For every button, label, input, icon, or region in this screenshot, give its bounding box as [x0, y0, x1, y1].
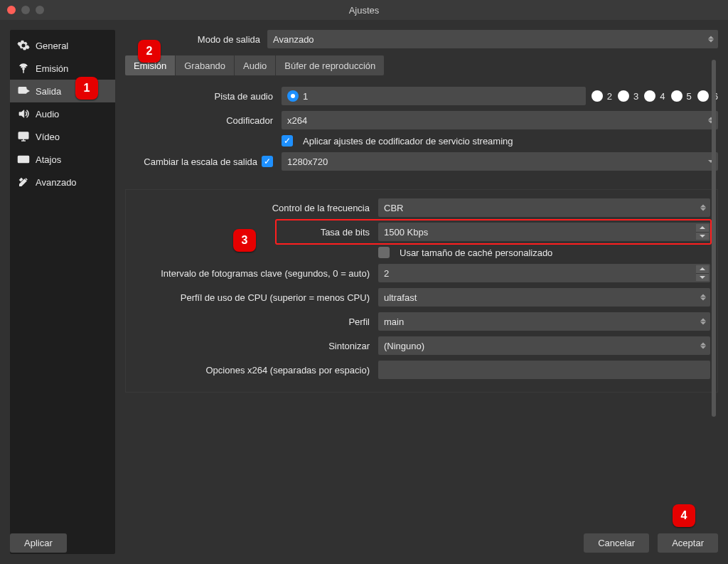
keyint-label: Intervalo de fotogramas clave (segundos,… [133, 268, 378, 279]
titlebar: Ajustes [0, 0, 728, 20]
tab-recording[interactable]: Grabando [175, 55, 234, 75]
sidebar-item-label: Audio [36, 109, 59, 119]
tab-replay-buffer[interactable]: Búfer de reproducción [275, 55, 384, 75]
sidebar-item-video[interactable]: Vídeo [10, 125, 115, 148]
rescale-checkbox[interactable] [262, 156, 273, 167]
chevron-updown-icon [700, 343, 706, 349]
speaker-icon [17, 107, 30, 120]
sidebar-item-stream[interactable]: Emisión [10, 57, 115, 80]
chevron-updown-icon [700, 319, 706, 325]
sidebar-item-general[interactable]: General [10, 34, 115, 57]
sidebar-item-label: Avanzado [36, 177, 77, 188]
window-title: Ajustes [0, 5, 728, 16]
tune-select[interactable]: (Ninguno) [378, 336, 710, 355]
profile-select[interactable]: main [378, 312, 710, 331]
output-mode-select[interactable]: Avanzado [267, 30, 718, 48]
output-tabs: Emisión Grabando Audio Búfer de reproduc… [125, 55, 384, 75]
gear-icon [17, 39, 30, 52]
spinner-buttons[interactable] [696, 224, 709, 240]
custom-buffer-label: Usar tamaño de caché personalizado [400, 248, 552, 258]
annotation-2: 2 [138, 40, 161, 63]
audio-track-1[interactable]: 1 [282, 87, 586, 105]
sidebar-item-label: General [36, 41, 68, 51]
x264opts-label: Opciones x264 (separadas por espacio) [133, 365, 378, 376]
monitor-icon [17, 130, 30, 143]
profile-label: Perfil [133, 316, 378, 327]
annotation-1: 1 [75, 77, 98, 100]
sidebar-item-output[interactable]: Salida [10, 80, 115, 102]
svg-rect-2 [18, 132, 28, 139]
chevron-updown-icon [708, 36, 714, 43]
annotation-3: 3 [233, 229, 256, 252]
svg-rect-1 [18, 87, 26, 93]
tune-label: Sintonizar [133, 341, 378, 351]
sidebar-item-label: Vídeo [36, 132, 60, 142]
keyboard-icon [17, 153, 30, 166]
rescale-resolution-select[interactable]: 1280x720 [282, 152, 718, 171]
rate-control-select[interactable]: CBR [378, 198, 710, 217]
sidebar-item-hotkeys[interactable]: Atajos [10, 148, 115, 171]
sidebar-item-label: Atajos [36, 154, 61, 165]
rescale-label: Cambiar la escala de salida [144, 156, 257, 167]
audio-track-label: Pista de audio [125, 91, 282, 102]
cpu-preset-label: Perfíl de uso de CPU (superior = menos C… [133, 292, 378, 303]
audio-track-4[interactable]: 4 [644, 90, 665, 102]
tab-audio[interactable]: Audio [234, 55, 275, 75]
apply-button[interactable]: Aplicar [10, 533, 67, 553]
keyint-spinner[interactable]: 2 [378, 264, 710, 282]
audio-track-2[interactable]: 2 [592, 90, 612, 102]
output-icon [17, 85, 30, 97]
spinner-buttons[interactable] [696, 265, 709, 281]
tools-icon [17, 176, 30, 188]
antenna-icon [17, 62, 30, 75]
scrollbar[interactable] [711, 60, 717, 506]
sidebar-item-audio[interactable]: Audio [10, 102, 115, 125]
encoder-select[interactable]: x264 [282, 111, 718, 129]
sidebar-item-label: Emisión [36, 63, 68, 74]
enforce-service-label: Aplicar ajustes de codificador de servic… [303, 136, 513, 147]
svg-rect-3 [18, 156, 29, 163]
audio-track-5[interactable]: 5 [671, 90, 692, 102]
x264opts-input[interactable] [378, 361, 710, 379]
cancel-button[interactable]: Cancelar [584, 533, 649, 553]
audio-track-3[interactable]: 3 [618, 90, 638, 102]
audio-track-radiogroup: 1 2 3 4 5 6 [282, 87, 718, 105]
bitrate-spinner[interactable]: 1500 Kbps [378, 223, 710, 241]
sidebar-item-advanced[interactable]: Avanzado [10, 171, 115, 193]
output-settings-panel: Modo de salida Avanzado Emisión Grabando… [125, 30, 718, 554]
annotation-4: 4 [673, 504, 695, 527]
chevron-updown-icon [700, 205, 706, 211]
encoder-label: Codificador [125, 115, 282, 126]
enforce-service-checkbox[interactable] [282, 135, 293, 147]
chevron-updown-icon [700, 294, 706, 301]
encoder-settings-group: Control de la frecuencia CBR Tasa de bit… [125, 189, 718, 393]
settings-sidebar: General Emisión Salida Audio Vídeo Atajo… [10, 30, 115, 554]
rate-control-label: Control de la frecuencia [133, 203, 378, 213]
sidebar-item-label: Salida [36, 86, 61, 97]
custom-buffer-checkbox[interactable] [378, 247, 390, 258]
ok-button[interactable]: Aceptar [658, 533, 718, 553]
cpu-preset-select[interactable]: ultrafast [378, 288, 710, 307]
